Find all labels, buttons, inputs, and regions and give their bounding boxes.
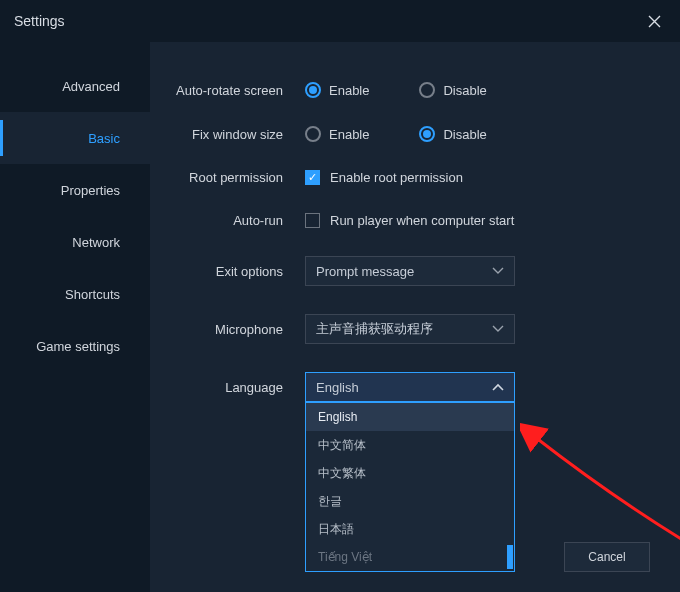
- language-dropdown: English 中文简体 中文繁体 한글 日本語 Tiếng Việt: [305, 402, 515, 572]
- select-exit-options[interactable]: Prompt message: [305, 256, 515, 286]
- sidebar-item-shortcuts[interactable]: Shortcuts: [0, 268, 150, 320]
- select-value: English: [316, 380, 359, 395]
- label-language: Language: [160, 380, 305, 395]
- sidebar-item-label: Game settings: [36, 339, 120, 354]
- row-exit: Exit options Prompt message: [160, 256, 650, 286]
- cancel-button[interactable]: Cancel: [564, 542, 650, 572]
- sidebar-item-label: Advanced: [62, 79, 120, 94]
- select-language[interactable]: English English 中文简体 中文繁体 한글 日本語 Tiếng V…: [305, 372, 515, 402]
- select-microphone[interactable]: 主声音捕获驱动程序: [305, 314, 515, 344]
- checkbox-label: Enable root permission: [330, 170, 463, 185]
- label-root: Root permission: [160, 170, 305, 185]
- label-fix-window: Fix window size: [160, 127, 305, 142]
- dropdown-item-japanese[interactable]: 日本語: [306, 515, 514, 543]
- checkbox-root[interactable]: Enable root permission: [305, 170, 463, 185]
- radio-label: Disable: [443, 127, 486, 142]
- checkbox-icon: [305, 170, 320, 185]
- sidebar-item-label: Basic: [88, 131, 120, 146]
- settings-panel: Auto-rotate screen Enable Disable Fix wi…: [150, 42, 680, 592]
- checkbox-autorun[interactable]: Run player when computer start: [305, 213, 514, 228]
- row-autorun: Auto-run Run player when computer start: [160, 213, 650, 228]
- dropdown-item-zh-simplified[interactable]: 中文简体: [306, 431, 514, 459]
- dropdown-item-english[interactable]: English: [306, 403, 514, 431]
- sidebar-item-label: Shortcuts: [65, 287, 120, 302]
- dropdown-item-korean[interactable]: 한글: [306, 487, 514, 515]
- chevron-down-icon: [492, 325, 504, 333]
- sidebar-item-game-settings[interactable]: Game settings: [0, 320, 150, 372]
- close-icon: [648, 15, 661, 28]
- row-auto-rotate: Auto-rotate screen Enable Disable: [160, 82, 650, 98]
- sidebar-item-label: Network: [72, 235, 120, 250]
- checkbox-label: Run player when computer start: [330, 213, 514, 228]
- titlebar: Settings: [0, 0, 680, 42]
- sidebar-item-label: Properties: [61, 183, 120, 198]
- select-value: 主声音捕获驱动程序: [316, 320, 433, 338]
- close-button[interactable]: [642, 9, 666, 33]
- select-value: Prompt message: [316, 264, 414, 279]
- sidebar-item-properties[interactable]: Properties: [0, 164, 150, 216]
- checkbox-icon: [305, 213, 320, 228]
- label-microphone: Microphone: [160, 322, 305, 337]
- chevron-down-icon: [492, 267, 504, 275]
- cancel-button-label: Cancel: [588, 550, 625, 564]
- radio-label: Enable: [329, 83, 369, 98]
- radio-icon: [305, 82, 321, 98]
- dropdown-item-vietnamese[interactable]: Tiếng Việt: [306, 543, 514, 571]
- label-exit: Exit options: [160, 264, 305, 279]
- radio-fix-window-disable[interactable]: Disable: [419, 126, 486, 142]
- sidebar-item-network[interactable]: Network: [0, 216, 150, 268]
- radio-icon: [419, 126, 435, 142]
- radio-label: Enable: [329, 127, 369, 142]
- radio-label: Disable: [443, 83, 486, 98]
- row-root: Root permission Enable root permission: [160, 170, 650, 185]
- label-auto-rotate: Auto-rotate screen: [160, 83, 305, 98]
- sidebar-item-basic[interactable]: Basic: [0, 112, 150, 164]
- row-language: Language English English 中文简体 中文繁体 한글 日本…: [160, 372, 650, 402]
- radio-icon: [419, 82, 435, 98]
- sidebar: Advanced Basic Properties Network Shortc…: [0, 42, 150, 592]
- window-title: Settings: [14, 13, 65, 29]
- radio-auto-rotate-disable[interactable]: Disable: [419, 82, 486, 98]
- row-fix-window: Fix window size Enable Disable: [160, 126, 650, 142]
- radio-auto-rotate-enable[interactable]: Enable: [305, 82, 369, 98]
- sidebar-item-advanced[interactable]: Advanced: [0, 60, 150, 112]
- dropdown-scrollbar-thumb[interactable]: [507, 545, 513, 569]
- radio-icon: [305, 126, 321, 142]
- chevron-up-icon: [492, 383, 504, 391]
- dropdown-item-zh-traditional[interactable]: 中文繁体: [306, 459, 514, 487]
- radio-fix-window-enable[interactable]: Enable: [305, 126, 369, 142]
- row-microphone: Microphone 主声音捕获驱动程序: [160, 314, 650, 344]
- label-autorun: Auto-run: [160, 213, 305, 228]
